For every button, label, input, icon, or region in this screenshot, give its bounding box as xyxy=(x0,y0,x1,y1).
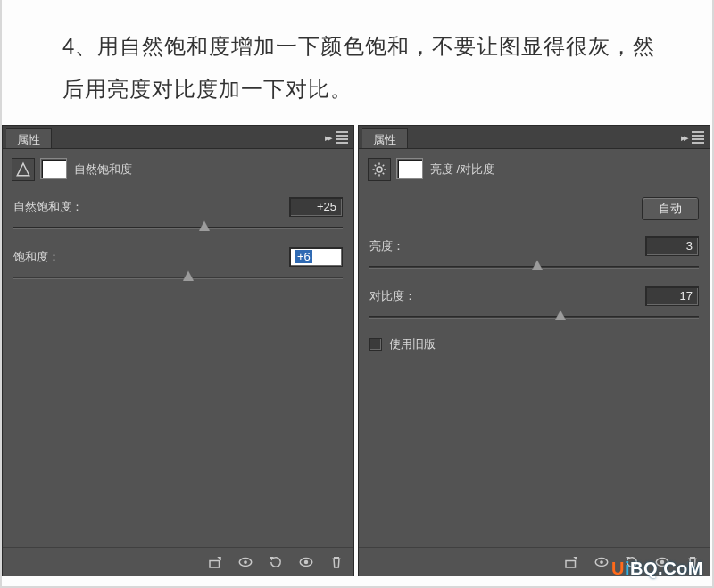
contrast-value-input[interactable]: 17 xyxy=(645,286,699,306)
panel-footer xyxy=(3,547,353,576)
svg-point-8 xyxy=(377,167,382,172)
panel-menu-icon[interactable] xyxy=(692,129,704,145)
panel-header: 自然饱和度 xyxy=(3,149,353,192)
collapse-icon[interactable]: ▸▸ xyxy=(681,132,686,144)
adjustment-title: 亮度 /对比度 xyxy=(430,161,494,178)
svg-marker-0 xyxy=(17,163,29,176)
panels-row: 属性 ▸▸ 自然饱和度 自然饱和度： +25 xyxy=(0,125,714,576)
brightness-control: 亮度： 3 xyxy=(369,236,699,274)
svg-line-15 xyxy=(383,165,385,167)
svg-point-20 xyxy=(600,560,603,564)
svg-line-13 xyxy=(375,165,377,167)
brightness-adjustment-icon[interactable] xyxy=(368,158,391,181)
view-previous-icon[interactable] xyxy=(594,554,610,570)
saturation-value-input[interactable]: +6 xyxy=(289,247,343,267)
visibility-icon[interactable] xyxy=(298,554,314,570)
brightness-value-input[interactable]: 3 xyxy=(645,236,699,256)
properties-tab[interactable]: 属性 xyxy=(362,128,408,148)
brightness-slider[interactable] xyxy=(369,261,699,274)
view-previous-icon[interactable] xyxy=(237,554,253,570)
contrast-slider[interactable] xyxy=(369,311,699,324)
clip-to-layer-icon[interactable] xyxy=(207,554,223,570)
properties-tab[interactable]: 属性 xyxy=(6,128,52,148)
vibrance-value-input[interactable]: +25 xyxy=(289,197,343,217)
svg-rect-1 xyxy=(210,560,220,567)
svg-line-16 xyxy=(375,173,377,175)
svg-rect-17 xyxy=(566,560,576,567)
panel-body: 自然饱和度： +25 饱和度： +6 xyxy=(3,192,353,547)
brightness-label: 亮度： xyxy=(369,238,404,254)
brightness-contrast-panel: 属性 ▸▸ 亮度 /对比度 自动 亮度： 3 xyxy=(358,125,710,576)
layer-mask-thumb[interactable] xyxy=(42,160,67,179)
legacy-checkbox[interactable] xyxy=(369,338,382,351)
saturation-label: 饱和度： xyxy=(13,249,60,265)
reset-icon[interactable] xyxy=(268,554,284,570)
vibrance-slider[interactable] xyxy=(13,222,343,235)
vibrance-control: 自然饱和度： +25 xyxy=(13,197,343,235)
trash-icon[interactable] xyxy=(328,554,345,570)
svg-point-7 xyxy=(304,559,309,564)
legacy-checkbox-row[interactable]: 使用旧版 xyxy=(369,336,699,352)
saturation-control: 饱和度： +6 xyxy=(13,247,343,285)
layer-mask-thumb[interactable] xyxy=(398,160,423,179)
svg-line-14 xyxy=(383,173,385,175)
panel-menu-icon[interactable] xyxy=(336,129,348,145)
auto-button[interactable]: 自动 xyxy=(642,197,699,220)
contrast-control: 对比度： 17 xyxy=(369,286,699,324)
svg-point-4 xyxy=(244,560,247,564)
adjustment-title: 自然饱和度 xyxy=(74,161,132,178)
clip-to-layer-icon[interactable] xyxy=(563,554,579,570)
vibrance-panel: 属性 ▸▸ 自然饱和度 自然饱和度： +25 xyxy=(2,125,354,576)
panel-body: 自动 亮度： 3 对比度： 17 xyxy=(359,192,710,547)
saturation-slider[interactable] xyxy=(13,272,343,285)
legacy-label: 使用旧版 xyxy=(389,336,436,352)
panel-header: 亮度 /对比度 xyxy=(359,149,710,192)
vibrance-adjustment-icon[interactable] xyxy=(12,158,35,181)
collapse-icon[interactable]: ▸▸ xyxy=(325,132,330,144)
panel-tabbar: 属性 ▸▸ xyxy=(3,126,353,149)
vibrance-label: 自然饱和度： xyxy=(13,199,83,215)
panel-tabbar: 属性 ▸▸ xyxy=(359,126,710,149)
contrast-label: 对比度： xyxy=(369,288,416,304)
watermark: UiBQ.CoM xyxy=(611,559,703,579)
instruction-text: 4、用自然饱和度增加一下颜色饱和，不要让图显得很灰，然后用亮度对比度加一下对比。 xyxy=(0,0,714,120)
